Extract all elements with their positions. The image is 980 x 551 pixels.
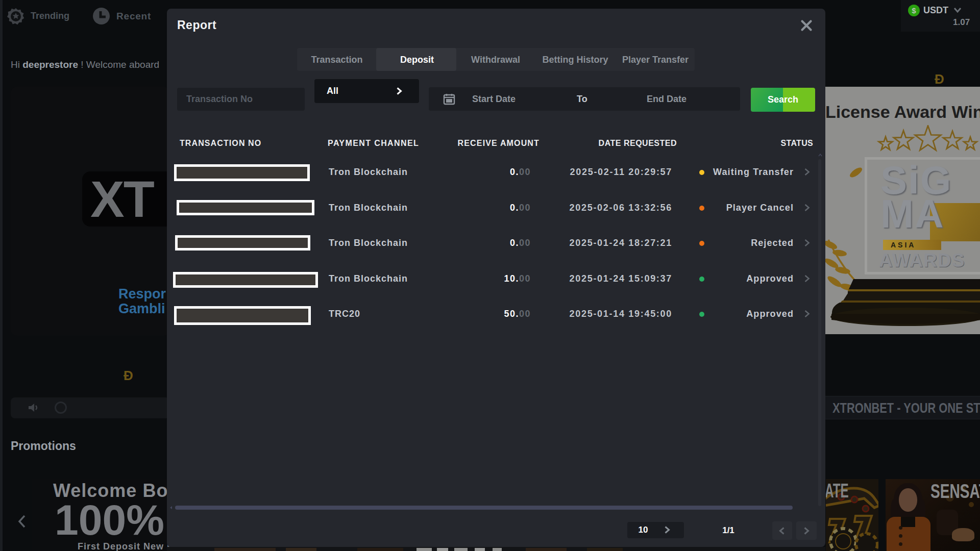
svg-text:$: $ bbox=[912, 6, 916, 15]
